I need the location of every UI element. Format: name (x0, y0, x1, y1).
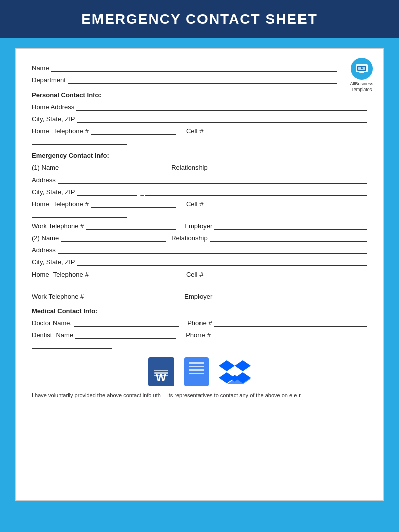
ec1-hash1-label: # (85, 200, 89, 208)
ec2-work-tel-input[interactable] (86, 292, 176, 300)
ec2-address-input[interactable] (58, 246, 367, 254)
ec2-phone-row: Home Telephone # Cell # (32, 270, 367, 278)
dentist-phone-input[interactable] (32, 341, 112, 349)
svg-marker-6 (235, 360, 251, 371)
ec1-name-label: (1) Name (32, 164, 59, 171)
page-background: AllBusiness Templates Name Department Pe… (0, 38, 399, 532)
doctor-row: Doctor Name. Phone # (32, 319, 367, 327)
ec1-address-row: Address (32, 175, 367, 184)
city-state-zip-label: City, State, ZIP (32, 115, 75, 123)
docs-line4 (189, 373, 204, 374)
ec2-city-input[interactable] (77, 258, 367, 266)
docs-line2 (189, 366, 204, 367)
ec1-home-label: Home (32, 200, 49, 208)
ec1-cell-label: Cell (186, 200, 197, 208)
medical-section-title: Medical Contact Info: (32, 307, 367, 315)
phone-label: Phone # (187, 319, 212, 327)
ec1-name-input[interactable] (61, 163, 166, 171)
ec1-name-relationship-row: (1) Name Relationship (32, 163, 367, 171)
logo-icon (355, 63, 368, 74)
ec1-work-tel-input[interactable] (86, 222, 176, 230)
ec2-work-row: Work Telephone # Employer (32, 292, 367, 300)
personal-hash2-label: # (200, 127, 203, 135)
logo-text: AllBusiness Templates (350, 81, 373, 93)
ec2-name-input[interactable] (61, 234, 166, 242)
ec1-city-input1[interactable] (77, 188, 137, 196)
ec2-address-row: Address (32, 246, 367, 254)
ec1-city-label: City, State, ZIP (32, 188, 75, 196)
ec2-name-relationship-row: (2) Name Relationship (32, 234, 367, 242)
ec2-tel-label: Telephone (53, 271, 83, 278)
top-fields: Name Department (32, 64, 337, 84)
ec1-city-input2[interactable] (145, 188, 367, 196)
city-state-zip-row: City, State, ZIP (32, 115, 367, 123)
dropbox-icon[interactable] (219, 358, 251, 386)
word-letter: W (156, 371, 166, 384)
name-input[interactable] (51, 64, 337, 72)
svg-rect-4 (359, 72, 364, 73)
ec1-phone-row: Home Telephone # Cell # (32, 200, 367, 208)
city-state-zip-input[interactable] (77, 115, 367, 123)
bottom-icons: W (32, 357, 367, 386)
docs-line3 (189, 369, 204, 371)
dentist-phone-label: Phone (186, 331, 205, 339)
dentist-name-label: Name (56, 331, 73, 339)
ec2-employer-input[interactable] (214, 292, 367, 300)
ec2-cell-input[interactable] (32, 280, 127, 288)
ec1-cell-input[interactable] (32, 210, 127, 218)
ec1-relationship-label: Relationship (171, 164, 208, 171)
dentist-row: Dentist Name Phone # (32, 331, 367, 339)
personal-cell-label: Cell (186, 127, 197, 135)
department-input[interactable] (68, 76, 337, 84)
ec1-city-row: City, State, ZIP _ (32, 188, 367, 196)
dentist-label: Dentist (32, 331, 52, 339)
ec1-work-row: Work Telephone # Employer (32, 222, 367, 230)
home-address-label: Home Address (32, 103, 74, 111)
personal-cell-input[interactable] (32, 137, 127, 145)
ec2-home-tel-input[interactable] (91, 270, 176, 278)
ec1-address-input[interactable] (58, 175, 367, 184)
dentist-name-input[interactable] (75, 331, 176, 339)
name-label: Name (32, 64, 49, 72)
ec2-city-label: City, State, ZIP (32, 258, 75, 266)
home-address-input[interactable] (76, 103, 367, 111)
logo-circle (351, 58, 373, 80)
logo-area: AllBusiness Templates (350, 58, 373, 93)
ec1-relationship-input[interactable] (210, 163, 367, 171)
emergency-section-title: Emergency Contact Info: (32, 152, 367, 159)
ec1-home-tel-input[interactable] (91, 200, 176, 208)
ec2-relationship-input[interactable] (210, 234, 367, 242)
department-label: Department (32, 76, 66, 84)
ec2-address-label: Address (32, 246, 56, 254)
ec2-cell-label: Cell (186, 271, 197, 278)
word-icon[interactable]: W (148, 357, 174, 386)
docs-line1 (189, 362, 204, 364)
personal-home-label: Home (32, 127, 49, 135)
doctor-name-input[interactable] (74, 319, 179, 327)
ec2-work-tel-label: Work Telephone # (32, 293, 84, 300)
doctor-phone-input[interactable] (214, 319, 367, 327)
docs-icon[interactable] (184, 357, 209, 386)
dropbox-svg (219, 358, 251, 386)
ec1-tel-label: Telephone (53, 200, 83, 208)
ec1-employer-input[interactable] (214, 222, 367, 230)
department-row: Department (32, 76, 337, 84)
ec2-hash1-label: # (85, 271, 89, 278)
personal-home-tel-input[interactable] (91, 127, 176, 135)
ec2-relationship-label: Relationship (171, 234, 208, 242)
ec1-work-tel-label: Work Telephone # (32, 222, 84, 230)
ec2-city-row: City, State, ZIP (32, 258, 367, 266)
ec2-home-label: Home (32, 271, 49, 278)
personal-tel-label: Telephone (53, 127, 83, 135)
svg-marker-5 (219, 360, 235, 371)
ec2-employer-label: Employer (184, 293, 212, 300)
doctor-label: Doctor Name. (32, 319, 72, 327)
dentist-hash-label: # (207, 331, 211, 339)
personal-section-title: Personal Contact Info: (32, 91, 367, 99)
home-address-row: Home Address (32, 103, 367, 111)
ec1-address-label: Address (32, 176, 56, 184)
ec1-employer-label: Employer (184, 222, 212, 230)
personal-phone-row: Home Telephone # Cell # (32, 127, 367, 135)
consent-text: I have voluntarily provided the above co… (32, 391, 367, 400)
ec1-hash2-label: # (200, 200, 203, 208)
